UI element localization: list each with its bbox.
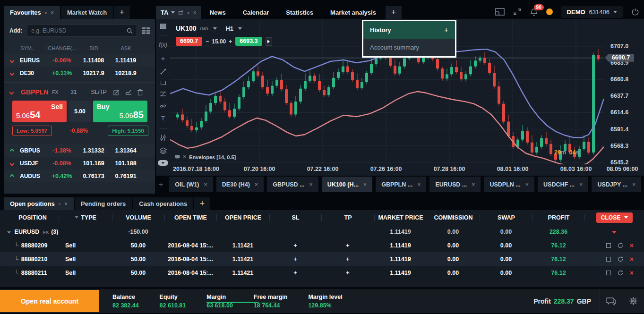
- watchlist-row[interactable]: DE30+0.11%10217.910218.9: [4, 67, 155, 79]
- collapse-group-icon[interactable]: [7, 231, 11, 234]
- edit-icon[interactable]: [113, 89, 120, 95]
- column-header[interactable]: BID: [77, 45, 110, 51]
- watchlist-row[interactable]: AUDUS+0.42%0.761730.76191: [4, 170, 155, 182]
- price-axis[interactable]: 6707.06683.96660.86637.76614.66591.46568…: [604, 19, 644, 176]
- add-tp-button[interactable]: +: [321, 256, 374, 263]
- maximize-icon[interactable]: ▫: [187, 9, 189, 16]
- instrument-row-gbppln[interactable]: GBPPLN FX 31 SL/TP: [4, 85, 155, 99]
- bid-price[interactable]: 101.169: [77, 160, 110, 167]
- add-panel-button[interactable]: +: [386, 6, 402, 19]
- reverse-position-icon[interactable]: [618, 270, 623, 276]
- position-row[interactable]: └88880210Sell50.002016-08-04 15:...1.114…: [0, 252, 644, 266]
- layout-icon[interactable]: [495, 8, 505, 16]
- chart-buy-button[interactable]: 6693.3: [235, 37, 262, 46]
- chart-tab[interactable]: EURUSD ...×: [429, 177, 481, 192]
- close-tab-icon[interactable]: ×: [309, 181, 313, 188]
- wave-tool-icon[interactable]: [160, 103, 166, 109]
- menu-item-account-summary[interactable]: Account summary: [363, 39, 455, 56]
- volume-minus-button[interactable]: −: [206, 38, 209, 45]
- column-header[interactable]: VOLUME: [112, 214, 164, 221]
- column-header[interactable]: SL: [269, 214, 321, 221]
- chart-tab[interactable]: USDCHF ...×: [538, 177, 588, 192]
- close-tab-icon[interactable]: ×: [632, 181, 635, 188]
- ask-price[interactable]: 1.11419: [110, 57, 142, 64]
- grid-view-icon[interactable]: [142, 27, 150, 34]
- crosshair-icon[interactable]: +: [161, 54, 165, 62]
- close-icon[interactable]: ×: [51, 9, 54, 16]
- bid-price[interactable]: 1.11408: [77, 57, 110, 64]
- chart-tab[interactable]: GBPPLN ...×: [376, 177, 426, 192]
- column-header[interactable]: TYPE: [59, 214, 112, 221]
- close-icon[interactable]: ×: [64, 201, 68, 207]
- menu-calendar[interactable]: Calendar: [234, 6, 278, 19]
- chart-tab[interactable]: USDPLN ...×: [484, 177, 534, 192]
- maximize-icon[interactable]: ▫: [45, 9, 47, 16]
- maximize-icon[interactable]: ▫: [59, 201, 60, 207]
- symbol-search-input[interactable]: [31, 27, 127, 34]
- chart-symbol[interactable]: UK100: [176, 25, 197, 32]
- volume-input[interactable]: 5.00: [69, 101, 91, 122]
- expand-actions-icon[interactable]: [612, 231, 617, 234]
- add-tp-button[interactable]: +: [321, 242, 374, 249]
- column-header[interactable]: POSITION: [0, 214, 59, 221]
- sell-button[interactable]: Sell 5.0654: [12, 101, 67, 122]
- fibonacci-icon[interactable]: [160, 91, 166, 97]
- column-header[interactable]: COMMISSION: [427, 214, 480, 221]
- chart-tab[interactable]: DE30 (H4)×: [216, 177, 264, 192]
- indicator-name[interactable]: Envelopes [14, 0.5]: [189, 154, 236, 160]
- close-position-icon[interactable]: ×: [630, 242, 634, 249]
- close-all-button[interactable]: CLOSE: [596, 212, 633, 223]
- position-row[interactable]: └88880209Sell50.002016-08-04 15:...1.114…: [0, 238, 644, 252]
- tab-favourites[interactable]: Favourites ▫ ×: [4, 6, 60, 19]
- close-tab-icon[interactable]: ×: [255, 181, 258, 188]
- ask-price[interactable]: 101.188: [110, 160, 142, 167]
- settings-sliders-icon[interactable]: [160, 135, 166, 141]
- indicators-icon[interactable]: f(x): [159, 42, 167, 48]
- menu-news[interactable]: News: [201, 6, 234, 19]
- tab-ta[interactable]: TA ▫ ×: [156, 6, 201, 19]
- add-positions-tab-button[interactable]: +: [194, 197, 210, 210]
- fullscreen-icon[interactable]: [513, 8, 522, 16]
- menu-market-analysis[interactable]: Market analysis: [322, 6, 385, 19]
- account-selector[interactable]: DEMO 631406: [561, 6, 623, 18]
- filter-icon[interactable]: [75, 216, 78, 219]
- chart-tab[interactable]: USDJPY ...×: [592, 177, 641, 192]
- notifications-bell-icon[interactable]: 90: [530, 8, 538, 16]
- timeframe-selector[interactable]: H1: [225, 25, 233, 32]
- watchlist-row[interactable]: USDJF-0.08%101.169101.188: [4, 157, 155, 170]
- symbol-search[interactable]: [27, 25, 137, 37]
- layers-icon[interactable]: [160, 147, 167, 154]
- buy-button[interactable]: Buy 5.0685: [93, 101, 147, 122]
- column-header[interactable]: SWAP: [480, 214, 532, 221]
- column-header[interactable]: OPEN PRICE: [216, 214, 269, 221]
- close-position-icon[interactable]: ×: [630, 269, 634, 277]
- close-icon[interactable]: ×: [193, 9, 197, 16]
- add-sl-button[interactable]: +: [269, 270, 321, 276]
- menu-item-history[interactable]: History +: [363, 21, 455, 39]
- duplicate-position-icon[interactable]: [606, 243, 611, 248]
- new-chart-tab-button[interactable]: +: [156, 177, 166, 192]
- chart-type-icon[interactable]: [160, 24, 166, 29]
- tab-market-watch[interactable]: Market Watch: [61, 6, 113, 19]
- ask-price[interactable]: 1.31364: [110, 147, 142, 154]
- open-real-account-button[interactable]: Open real account: [0, 290, 99, 312]
- close-tab-icon[interactable]: ×: [472, 181, 475, 188]
- reverse-position-icon[interactable]: [618, 256, 623, 262]
- tab-pending-orders[interactable]: Pending orders: [75, 197, 132, 210]
- close-tab-icon[interactable]: ×: [579, 181, 583, 188]
- time-axis[interactable]: 2016.07.18 16:0007.20 16:0007.22 16:0007…: [170, 164, 643, 175]
- position-row[interactable]: └88880211Sell50.002016-08-04 15:...1.114…: [0, 266, 644, 280]
- close-tab-icon[interactable]: ×: [417, 181, 421, 188]
- power-icon[interactable]: [631, 8, 639, 16]
- reverse-position-icon[interactable]: [618, 243, 623, 248]
- search-icon[interactable]: [127, 28, 133, 34]
- chart-sell-button[interactable]: 6690.7: [176, 37, 202, 46]
- add-tp-button[interactable]: +: [321, 270, 374, 276]
- watchlist-row[interactable]: GBPUS-1.38%1.313321.31364: [4, 144, 155, 157]
- chevron-down-icon[interactable]: [238, 27, 242, 30]
- close-tab-icon[interactable]: ×: [525, 181, 529, 188]
- column-header[interactable]: PROFIT: [532, 214, 584, 221]
- position-group-row[interactable]: EURUSD FX(3)-150.001.114190.000.00228.36: [0, 225, 644, 238]
- close-tab-icon[interactable]: ×: [204, 181, 207, 188]
- remove-indicator-icon[interactable]: ✕: [182, 154, 187, 160]
